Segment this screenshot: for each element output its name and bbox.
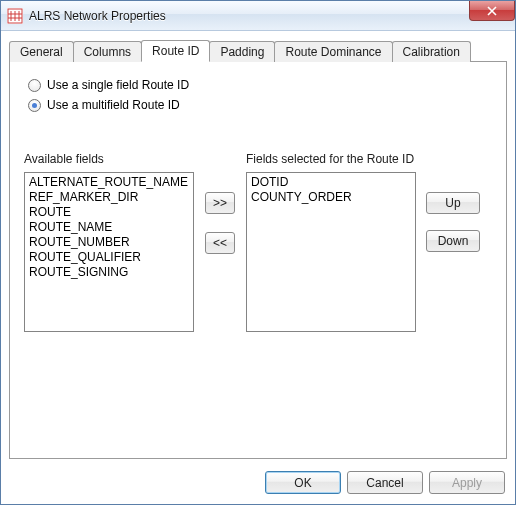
tab-calibration[interactable]: Calibration xyxy=(392,41,471,62)
radio-multi-label: Use a multifield Route ID xyxy=(47,98,180,112)
down-button[interactable]: Down xyxy=(426,230,480,252)
transfer-buttons: >> << xyxy=(198,192,242,254)
title-bar: ALRS Network Properties xyxy=(1,1,515,31)
dialog-footer: OK Cancel Apply xyxy=(9,467,507,496)
up-button[interactable]: Up xyxy=(426,192,480,214)
tab-strip: General Columns Route ID Padding Route D… xyxy=(9,39,507,62)
list-item[interactable]: ROUTE_NAME xyxy=(29,220,189,235)
tab-route-dominance[interactable]: Route Dominance xyxy=(274,41,392,62)
tab-padding[interactable]: Padding xyxy=(209,41,275,62)
window-title: ALRS Network Properties xyxy=(29,9,166,23)
close-icon xyxy=(487,6,497,16)
ok-button[interactable]: OK xyxy=(265,471,341,494)
client-area: General Columns Route ID Padding Route D… xyxy=(1,31,515,504)
move-right-button[interactable]: >> xyxy=(205,192,235,214)
list-item[interactable]: ALTERNATE_ROUTE_NAME xyxy=(29,175,189,190)
list-item[interactable]: COUNTY_ORDER xyxy=(251,190,411,205)
list-item[interactable]: ROUTE_SIGNING xyxy=(29,265,189,280)
list-item[interactable]: DOTID xyxy=(251,175,411,190)
apply-button[interactable]: Apply xyxy=(429,471,505,494)
radio-single-label: Use a single field Route ID xyxy=(47,78,189,92)
selected-fields-list[interactable]: DOTIDCOUNTY_ORDER xyxy=(246,172,416,332)
tab-route-id[interactable]: Route ID xyxy=(141,40,210,62)
move-left-button[interactable]: << xyxy=(205,232,235,254)
available-fields-label: Available fields xyxy=(24,152,194,166)
radio-single-row[interactable]: Use a single field Route ID xyxy=(28,78,492,92)
list-item[interactable]: ROUTE_NUMBER xyxy=(29,235,189,250)
app-icon xyxy=(7,8,23,24)
available-fields-list[interactable]: ALTERNATE_ROUTE_NAMEREF_MARKER_DIRROUTER… xyxy=(24,172,194,332)
cancel-button[interactable]: Cancel xyxy=(347,471,423,494)
radio-single[interactable] xyxy=(28,79,41,92)
tab-columns[interactable]: Columns xyxy=(73,41,142,62)
selected-fields-label: Fields selected for the Route ID xyxy=(246,152,416,166)
list-item[interactable]: ROUTE xyxy=(29,205,189,220)
dual-list-container: Available fields ALTERNATE_ROUTE_NAMEREF… xyxy=(24,152,492,332)
close-button[interactable] xyxy=(469,1,515,21)
radio-multi[interactable] xyxy=(28,99,41,112)
tab-general[interactable]: General xyxy=(9,41,74,62)
list-item[interactable]: REF_MARKER_DIR xyxy=(29,190,189,205)
list-item[interactable]: ROUTE_QUALIFIER xyxy=(29,250,189,265)
order-buttons: Up Down xyxy=(420,192,480,252)
tab-panel-route-id: Use a single field Route ID Use a multif… xyxy=(9,62,507,459)
selected-column: Fields selected for the Route ID DOTIDCO… xyxy=(246,152,416,332)
available-column: Available fields ALTERNATE_ROUTE_NAMEREF… xyxy=(24,152,194,332)
radio-multi-row[interactable]: Use a multifield Route ID xyxy=(28,98,492,112)
